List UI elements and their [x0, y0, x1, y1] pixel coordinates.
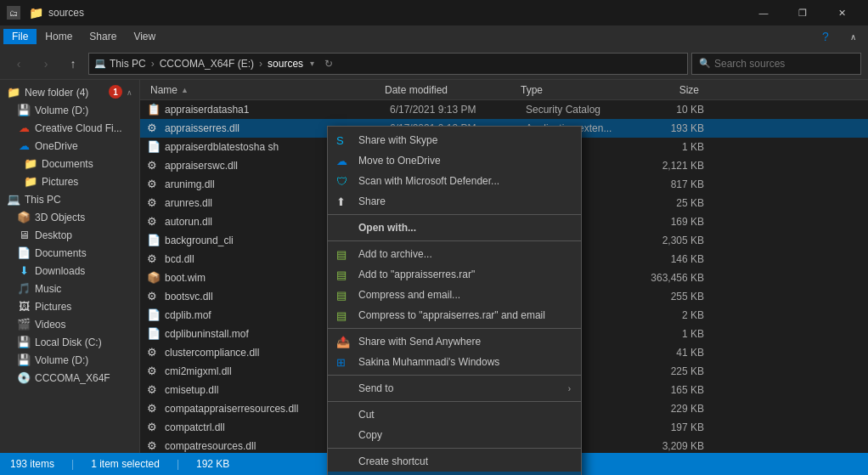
file-icon: 📄 — [147, 140, 161, 153]
context-menu-separator — [328, 214, 581, 215]
window-controls: — ❐ ✕ — [744, 0, 861, 25]
help-button[interactable]: ? — [814, 25, 837, 48]
context-menu-item-delete[interactable]: Delete — [328, 472, 581, 475]
context-menu-item-add-rar[interactable]: ▤Add to "appraisserres.rar" — [328, 264, 581, 285]
local-disk-icon: 💾 — [17, 336, 31, 348]
context-menu-item-send-anywhere[interactable]: 📤Share with Send Anywhere — [328, 331, 581, 352]
context-menu-item-copy[interactable]: Copy — [328, 425, 581, 445]
sidebar-item-cccoma[interactable]: 💿 CCCOMA_X64F — [0, 369, 139, 387]
sidebar-chevron: ∧ — [127, 88, 132, 97]
address-dropdown-icon[interactable]: ▾ — [310, 59, 314, 68]
file-icon: ⚙ — [147, 290, 161, 303]
back-button[interactable]: ‹ — [7, 52, 31, 76]
context-menu-item-sakina-windows[interactable]: ⊞Sakina Muhammadi's Windows — [328, 352, 581, 372]
file-size: 1 KB — [636, 141, 704, 153]
context-menu-item-add-archive[interactable]: ▤Add to archive... — [328, 244, 581, 264]
breadcrumb-sep2: › — [259, 58, 262, 70]
context-menu-item-compress-email[interactable]: ▤Compress and email... — [328, 285, 581, 305]
ctx-icon-compress-rar-email: ▤ — [336, 309, 347, 322]
search-icon: 🔍 — [699, 58, 711, 69]
onedrive-icon: ☁ — [17, 139, 31, 152]
address-bar[interactable]: 💻 This PC › CCCOMA_X64F (E:) › sources ▾… — [88, 53, 688, 75]
ctx-icon-send-anywhere: 📤 — [336, 336, 350, 348]
context-menu-item-scan-defender[interactable]: 🛡Scan with Microsoft Defender... — [328, 171, 581, 191]
videos-icon: 🎬 — [17, 318, 31, 331]
sort-arrow: ▲ — [181, 86, 189, 94]
sidebar-item-volume-d2[interactable]: 💾 Volume (D:) — [0, 351, 139, 369]
context-menu-item-send-to[interactable]: Send to› — [328, 378, 581, 399]
sidebar-item-volume-d[interactable]: 💾 Volume (D:) — [0, 101, 139, 119]
new-folder-icon: 📁 — [7, 86, 20, 99]
context-menu-separator — [328, 240, 581, 241]
titlebar-title: sources — [48, 7, 84, 19]
sidebar-item-this-pc[interactable]: 💻 This PC — [0, 190, 139, 208]
sidebar-item-music[interactable]: 🎵 Music — [0, 280, 139, 297]
file-size: 817 KB — [636, 178, 704, 190]
context-menu-item-move-onedrive[interactable]: ☁Move to OneDrive — [328, 150, 581, 171]
maximize-button[interactable]: ❐ — [783, 0, 822, 25]
sidebar-label-documents2: Documents — [35, 247, 87, 259]
desktop-icon: 🖥 — [17, 229, 31, 241]
context-menu-item-open-with[interactable]: Open with... — [328, 218, 581, 238]
context-menu-item-compress-rar-email[interactable]: ▤Compress to "appraiserres.rar" and emai… — [328, 305, 581, 325]
up-button[interactable]: ↑ — [61, 52, 85, 76]
sidebar-label-desktop: Desktop — [35, 229, 72, 241]
breadcrumb-drive[interactable]: CCCOMA_X64F (E:) — [160, 58, 254, 70]
breadcrumb-thispc[interactable]: This PC — [110, 58, 146, 70]
file-row[interactable]: 📋 appraiserdatasha1 6/17/2021 9:13 PM Se… — [140, 100, 868, 119]
sidebar-label-cccoma: CCCOMA_X64F — [35, 372, 110, 384]
sidebar-label-creative-cloud: Creative Cloud Fi... — [35, 122, 122, 134]
refresh-button[interactable]: ↻ — [324, 58, 333, 70]
close-button[interactable]: ✕ — [822, 0, 861, 25]
col-header-date[interactable]: Date modified — [385, 84, 521, 96]
menu-home[interactable]: Home — [37, 29, 81, 44]
ctx-label-add-rar: Add to "appraisserres.rar" — [358, 269, 475, 280]
search-box[interactable]: 🔍 — [691, 53, 861, 75]
sidebar-item-documents2[interactable]: 📄 Documents — [0, 244, 139, 262]
documents-icon: 📁 — [24, 157, 37, 170]
menu-file[interactable]: File — [3, 29, 37, 44]
expand-ribbon-button[interactable]: ∧ — [841, 25, 865, 48]
sidebar-item-3d-objects[interactable]: 📦 3D Objects — [0, 208, 139, 226]
sidebar-label-volume-d: Volume (D:) — [35, 105, 88, 116]
menu-view[interactable]: View — [125, 29, 164, 44]
sidebar-item-desktop[interactable]: 🖥 Desktop — [0, 226, 139, 244]
file-size: 3,209 KB — [636, 440, 704, 452]
sidebar-item-creative-cloud[interactable]: ☁ Creative Cloud Fi... — [0, 119, 139, 137]
cccoma-icon: 💿 — [17, 371, 31, 384]
titlebar: 🗂 📁 sources — ❐ ✕ — [0, 0, 868, 25]
sidebar-item-pictures[interactable]: 📁 Pictures — [0, 172, 139, 190]
ctx-label-compress-email: Compress and email... — [358, 289, 460, 301]
context-menu-item-create-shortcut[interactable]: Create shortcut — [328, 451, 581, 472]
minimize-button[interactable]: — — [744, 0, 783, 25]
ctx-icon-share: ⬆ — [336, 195, 346, 208]
breadcrumb: This PC › CCCOMA_X64F (E:) › sources — [110, 58, 303, 70]
forward-button[interactable]: › — [34, 52, 58, 76]
breadcrumb-sep1: › — [151, 58, 155, 70]
context-menu: SShare with Skype☁Move to OneDrive🛡Scan … — [327, 126, 582, 475]
sidebar-item-documents[interactable]: 📁 Documents — [0, 155, 139, 172]
breadcrumb-current[interactable]: sources — [268, 58, 303, 70]
sidebar-item-onedrive[interactable]: ☁ OneDrive — [0, 137, 139, 155]
context-menu-item-share-skype[interactable]: SShare with Skype — [328, 130, 581, 150]
sidebar-item-videos[interactable]: 🎬 Videos — [0, 315, 139, 333]
sidebar-item-downloads[interactable]: ⬇ Downloads — [0, 262, 139, 280]
file-icon: ⚙ — [147, 252, 161, 265]
sidebar-item-local-disk[interactable]: 💾 Local Disk (C:) — [0, 333, 139, 351]
sidebar-item-new-folder[interactable]: 📁 New folder (4) ∧ 1 — [0, 83, 139, 101]
menu-share[interactable]: Share — [81, 29, 125, 44]
creative-cloud-icon: ☁ — [17, 122, 31, 134]
downloads-icon: ⬇ — [17, 264, 31, 277]
context-menu-item-share[interactable]: ⬆Share — [328, 191, 581, 212]
titlebar-folder-icon: 📁 — [29, 6, 43, 20]
sidebar-item-pictures2[interactable]: 🖼 Pictures — [0, 297, 139, 315]
col-header-type[interactable]: Type — [521, 84, 631, 96]
sidebar-label-local-disk: Local Disk (C:) — [35, 336, 102, 348]
search-input[interactable] — [714, 58, 854, 70]
titlebar-icons: 🗂 — [7, 6, 20, 20]
col-header-name[interactable]: Name ▲ — [147, 84, 385, 96]
file-size: 193 KB — [636, 122, 704, 134]
col-header-size[interactable]: Size — [631, 84, 699, 96]
sidebar-label-this-pc: This PC — [25, 194, 61, 206]
context-menu-item-cut[interactable]: Cut — [328, 404, 581, 425]
